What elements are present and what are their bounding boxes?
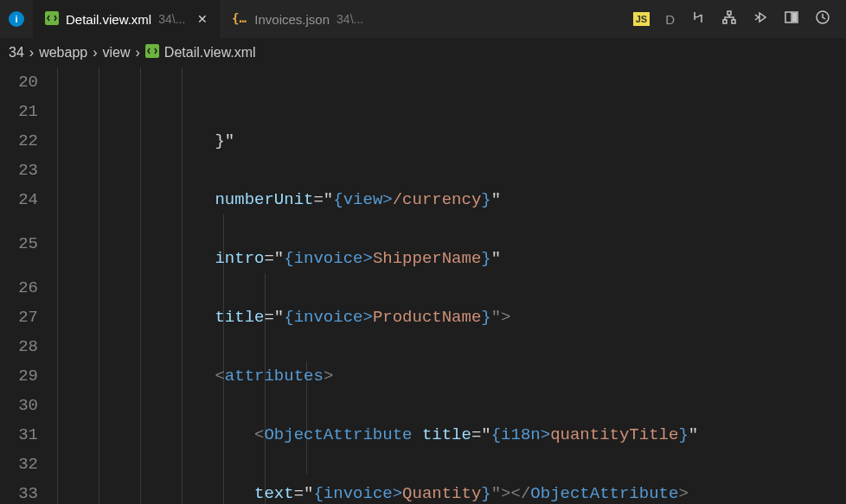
line-number: 22 (0, 126, 38, 156)
tab-detail-view-xml[interactable]: Detail.view.xml 34\... ✕ (33, 0, 220, 38)
xml-file-icon (45, 11, 59, 28)
code-area[interactable]: }" numberUnit="{view>/currency}" intro="… (57, 67, 846, 504)
line-number: 27 (0, 303, 38, 332)
tab-title: Invoices.json (254, 12, 330, 27)
svg-rect-6 (732, 20, 735, 23)
code-editor[interactable]: 20 21 22 23 24 25 26 27 28 29 30 31 32 3… (0, 67, 846, 504)
line-number: 25 (0, 214, 38, 273)
xml-file-icon (145, 44, 159, 61)
clock-icon[interactable] (815, 10, 830, 29)
js-badge-icon[interactable]: JS (633, 12, 650, 26)
line-number: 21 (0, 97, 38, 126)
chevron-right-icon: › (29, 45, 34, 61)
svg-rect-5 (723, 20, 727, 23)
tab-hint: 34\... (158, 12, 185, 26)
breadcrumb-seg[interactable]: Detail.view.xml (164, 45, 256, 61)
compare-icon[interactable] (690, 10, 706, 29)
code-line[interactable]: }" (57, 126, 846, 156)
hierarchy-icon[interactable] (721, 10, 737, 29)
line-number: 29 (0, 361, 38, 391)
split-icon[interactable] (784, 10, 799, 29)
breadcrumb-seg[interactable]: 34 (9, 45, 24, 61)
code-line[interactable]: numberUnit="{view>/currency}" (57, 185, 846, 214)
line-number: 33 (0, 479, 38, 504)
close-icon[interactable]: ✕ (197, 12, 208, 26)
line-number: 23 (0, 156, 38, 185)
line-number: 24 (0, 185, 38, 214)
breadcrumb-seg[interactable]: view (103, 45, 131, 61)
chevron-right-icon: › (136, 45, 140, 61)
toolbar-label: D (665, 12, 675, 27)
svg-text:{…}: {…} (232, 11, 247, 25)
breadcrumb-seg[interactable]: webapp (39, 45, 87, 61)
code-line[interactable]: intro="{invoice>ShipperName}" (57, 244, 846, 273)
svg-rect-4 (727, 11, 731, 15)
line-number: 30 (0, 391, 38, 420)
editor-toolbar: JS D (633, 0, 846, 38)
tab-bar: i Detail.view.xml 34\... ✕ {…} Invoices.… (0, 0, 846, 38)
code-line[interactable]: text="{invoice>Quantity}"></ObjectAttrib… (57, 479, 846, 504)
info-icon[interactable]: i (0, 0, 33, 38)
code-line[interactable]: <attributes> (57, 361, 846, 391)
line-number: 31 (0, 420, 38, 450)
tab-title: Detail.view.xml (66, 12, 151, 27)
line-gutter: 20 21 22 23 24 25 26 27 28 29 30 31 32 3… (0, 67, 57, 504)
line-number: 32 (0, 450, 38, 479)
json-file-icon: {…} (232, 11, 247, 28)
chevron-right-icon: › (93, 45, 97, 61)
run-icon[interactable] (753, 10, 768, 29)
tab-invoices-json[interactable]: {…} Invoices.json 34\... (220, 0, 375, 38)
tab-hint: 34\... (336, 12, 363, 26)
line-number: 26 (0, 273, 38, 303)
line-number: 20 (0, 67, 38, 97)
line-number: 28 (0, 332, 38, 361)
svg-text:i: i (15, 14, 17, 24)
svg-rect-8 (792, 13, 797, 22)
code-line[interactable]: <ObjectAttribute title="{i18n>quantityTi… (57, 420, 846, 450)
breadcrumb[interactable]: 34› webapp› view› Detail.view.xml (0, 38, 846, 67)
code-line[interactable]: title="{invoice>ProductName}"> (57, 303, 846, 332)
